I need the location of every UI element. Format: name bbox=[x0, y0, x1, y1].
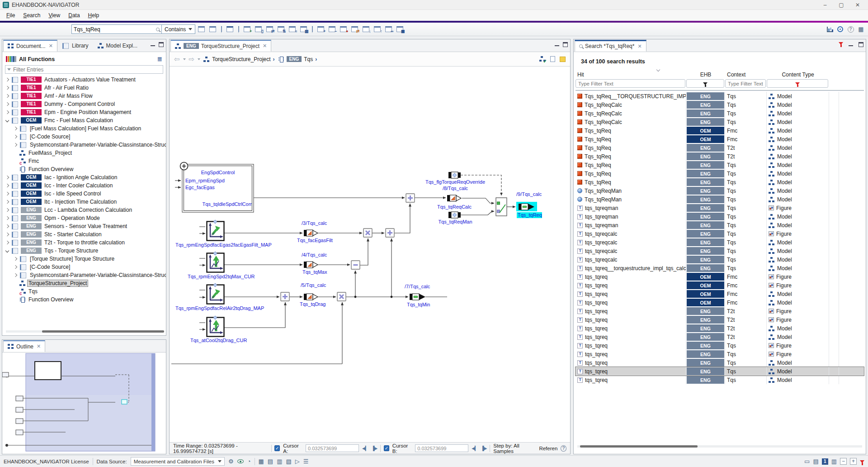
hit-filter-input[interactable] bbox=[576, 79, 685, 88]
result-row[interactable]: tqs_tqreqcalc ENG Tqs Model bbox=[576, 255, 864, 264]
tree-item[interactable]: [C-Code Source] bbox=[2, 133, 166, 141]
expander-icon[interactable] bbox=[5, 224, 9, 229]
separator[interactable] bbox=[312, 26, 312, 33]
cursor-b-step-forward-button[interactable]: ▐▶ bbox=[481, 446, 487, 451]
chart-view-button[interactable] bbox=[826, 25, 834, 33]
filter-input[interactable] bbox=[13, 67, 161, 73]
multiply-operator[interactable] bbox=[363, 229, 372, 237]
cursor-a-step-forward-button[interactable]: ▐▶ bbox=[371, 446, 377, 451]
collapse-hierarchy-button[interactable] bbox=[328, 25, 336, 33]
minimize-button[interactable]: – bbox=[817, 0, 833, 10]
tree-item[interactable]: OEM Icc - Inter Cooler Calculation bbox=[2, 181, 166, 190]
tree-item[interactable]: ENG Lcc - Lambda Correction Calculation bbox=[2, 206, 166, 214]
tree-item[interactable]: TIE1 Actuators - Actuators Value Treatme… bbox=[2, 76, 166, 84]
diagram-canvas[interactable]: EngSpdControl Epm_rpmEngSpd Egc_facEgas … bbox=[170, 67, 570, 443]
result-row[interactable]: Tqs_tqReq OEM Fmc Model bbox=[576, 135, 864, 143]
result-row[interactable]: Tqs_tqReqCalc ENG Tqs Model bbox=[576, 118, 864, 126]
expander-icon[interactable] bbox=[13, 297, 18, 302]
comment-icon[interactable] bbox=[560, 57, 566, 62]
tree-item[interactable]: TorqueStructure_Project bbox=[2, 279, 166, 287]
split-view-button[interactable] bbox=[254, 25, 263, 33]
expander-icon[interactable] bbox=[5, 86, 9, 90]
result-row[interactable]: Tqs_tqReq ENG T2t Model bbox=[576, 152, 864, 161]
list-window-icon[interactable]: ☰ bbox=[303, 458, 309, 465]
expander-icon[interactable] bbox=[5, 175, 9, 180]
result-row[interactable]: Tqs_tqReq OEM Fmc Model bbox=[576, 126, 864, 135]
find-previous-button[interactable] bbox=[208, 25, 217, 33]
split-layout-icon[interactable]: ▤ bbox=[813, 458, 818, 465]
map-block-facegas[interactable] bbox=[207, 220, 224, 241]
zoom-out-button[interactable]: − bbox=[840, 458, 847, 465]
curve-block-tqmax[interactable] bbox=[207, 252, 224, 272]
filter-status-icon[interactable] bbox=[860, 460, 864, 463]
breadcrumb-item-tqs[interactable]: ENG Tqs › bbox=[278, 56, 317, 62]
clear-filters-icon[interactable] bbox=[839, 42, 843, 45]
tree-item[interactable]: OEM Itc - Injection Time Calculation bbox=[2, 198, 166, 206]
expander-icon[interactable] bbox=[13, 289, 18, 294]
experiment-window-icon[interactable]: ▧ bbox=[286, 458, 291, 465]
expander-icon[interactable] bbox=[5, 200, 9, 204]
search-input[interactable] bbox=[74, 26, 156, 33]
result-row[interactable]: Tqs_tqReq ENG Tqs Model bbox=[576, 169, 864, 178]
link-with-editor-button[interactable] bbox=[384, 25, 393, 33]
validate-model-icon[interactable] bbox=[539, 56, 546, 62]
tree-item[interactable]: Systemconstant-Parameter-Variable-Classi… bbox=[2, 141, 166, 149]
measure-window-icon[interactable]: ▦ bbox=[259, 458, 264, 465]
expander-icon[interactable] bbox=[5, 118, 9, 123]
result-row[interactable]: tqs_tqreqman ENG Tqs Model bbox=[576, 221, 864, 229]
tree-item[interactable]: Function Overview bbox=[2, 165, 166, 173]
cursor-a-checkbox[interactable] bbox=[274, 445, 280, 451]
close-icon[interactable]: ✕ bbox=[37, 343, 41, 349]
expander-icon[interactable] bbox=[13, 167, 18, 172]
expander-icon[interactable] bbox=[13, 151, 18, 155]
expander-icon[interactable] bbox=[13, 134, 18, 139]
signal-tqmax[interactable] bbox=[304, 262, 318, 268]
minimize-panel-button[interactable] bbox=[849, 42, 853, 46]
screen-layout-icon[interactable]: ▭ bbox=[804, 458, 810, 465]
tree-item[interactable]: FuelMass_Project bbox=[2, 149, 166, 157]
tree-item[interactable]: Fmc bbox=[2, 157, 166, 165]
signal-facegasfilt[interactable] bbox=[304, 230, 318, 236]
multiply-operator[interactable] bbox=[337, 292, 346, 301]
expander-icon[interactable] bbox=[13, 281, 18, 286]
ehb-filter-button[interactable] bbox=[686, 79, 724, 88]
expander-icon[interactable] bbox=[5, 248, 9, 253]
tree-item[interactable]: TIE1 Dummy - Component Control bbox=[2, 100, 166, 108]
tab-model-explorer[interactable]: Model Expl... bbox=[93, 40, 142, 52]
result-row[interactable]: tqs_tqreqcalc ENG Tqs Model bbox=[576, 238, 864, 247]
tree-item[interactable]: [C-Code Source] bbox=[2, 263, 166, 271]
menu-item[interactable]: File bbox=[3, 11, 19, 20]
result-row[interactable]: tqs_tqreq ENG Tqs Model bbox=[576, 367, 864, 376]
search-box[interactable] bbox=[71, 24, 162, 34]
signal-tqmin[interactable] bbox=[410, 294, 425, 300]
tab-documents[interactable]: Document... ✕ bbox=[3, 40, 57, 52]
signal-tqreq-highlighted[interactable]: Tqs_tqReq bbox=[516, 202, 542, 218]
scope-view-button[interactable] bbox=[836, 25, 844, 33]
menu-item[interactable]: Help bbox=[85, 11, 103, 20]
navigate-up-button[interactable] bbox=[373, 25, 382, 33]
expander-icon[interactable] bbox=[5, 94, 9, 98]
link-views-button[interactable] bbox=[277, 25, 285, 33]
expander-icon[interactable] bbox=[5, 102, 9, 106]
tree-item[interactable]: [Fuel Mass Calculation] Fuel Mass Calcul… bbox=[2, 124, 166, 133]
oscilloscope-window-icon[interactable]: ▥ bbox=[277, 458, 282, 465]
expander-icon[interactable] bbox=[5, 110, 9, 114]
expander-icon[interactable] bbox=[5, 216, 9, 220]
expander-icon[interactable] bbox=[13, 265, 18, 269]
open-content-button[interactable] bbox=[226, 25, 234, 33]
separator[interactable] bbox=[221, 26, 222, 33]
result-row[interactable]: Tqs_tqReq ENG Tqs Model bbox=[576, 178, 864, 186]
expander-icon[interactable] bbox=[5, 208, 9, 212]
tree-item[interactable]: OEM Iac - Ignition Angle Calculation bbox=[2, 173, 166, 181]
cursor-b-input[interactable] bbox=[415, 444, 468, 452]
expander-icon[interactable] bbox=[5, 191, 9, 196]
search-mode-dropdown[interactable]: Contains bbox=[162, 24, 195, 34]
tree-item[interactable]: OEM Isc - Idle Speed Control bbox=[2, 190, 166, 198]
back-button[interactable]: ⇦ bbox=[174, 55, 180, 63]
maximize-button[interactable]: ▢ bbox=[834, 0, 849, 10]
compare-views-button[interactable] bbox=[350, 25, 359, 33]
back-history-dropdown[interactable] bbox=[183, 58, 186, 60]
result-row[interactable]: tqs_tqreqman ENG Tqs Figure bbox=[576, 204, 864, 212]
result-row[interactable]: tqs_tqreq__torquestructure_impl_tqs_calc… bbox=[576, 264, 864, 272]
tree-item[interactable]: TIE1 Amf - Air Mass Flow bbox=[2, 92, 166, 100]
